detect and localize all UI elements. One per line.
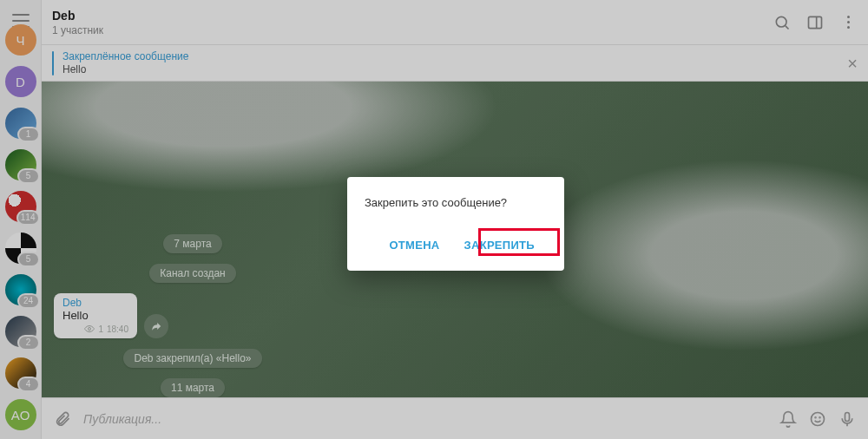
app-root: ЧDAO Deb 1 участник Закреплённое сообщен… [0,0,868,439]
pin-confirm-modal: Закрепить это сообщение? ОТМЕНА ЗАКРЕПИТ… [347,177,564,271]
modal-buttons: ОТМЕНА ЗАКРЕПИТЬ [365,232,547,259]
confirm-button[interactable]: ЗАКРЕПИТЬ [452,232,547,259]
cancel-button[interactable]: ОТМЕНА [377,232,451,259]
modal-text: Закрепить это сообщение? [365,196,547,209]
